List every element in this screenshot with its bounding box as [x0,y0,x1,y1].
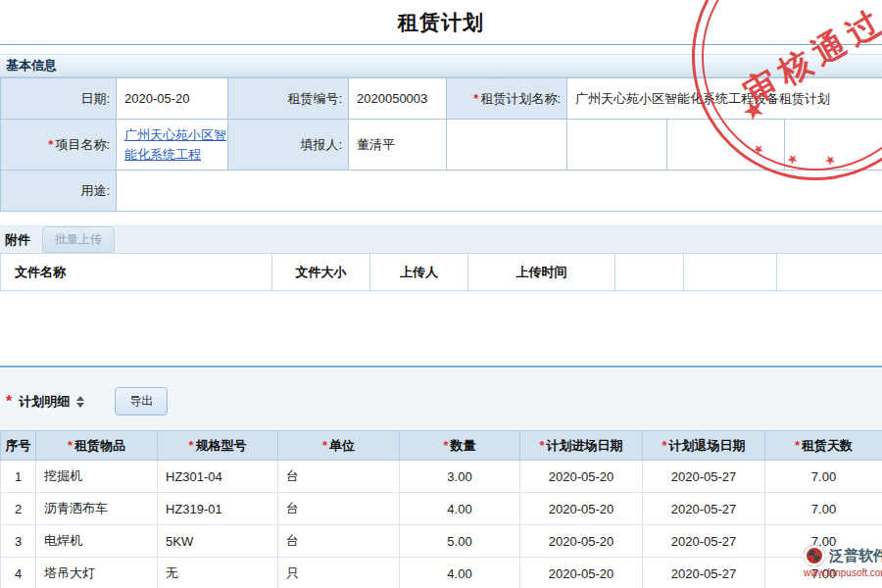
table-cell: 7.00 [765,493,882,525]
title-bar: 租赁计划 [0,0,882,45]
attachments-title: 附件 [5,231,30,249]
basic-info-title: 基本信息 [6,57,57,74]
column-header: *计划进场日期 [520,431,643,461]
plan-name-label: *租赁计划名称: [447,78,567,120]
plan-details-section: * 计划明细 导出 序号*租赁物品*规格型号*单位*数量*计划进场日期*计划退场… [0,366,882,588]
plan-details-title: 计划明细 [19,393,70,411]
table-row: 3电焊机5KW台5.002020-05-202020-05-277.00 [1,525,882,558]
rental-no-label: 租赁编号: [228,78,349,120]
table-cell: 2020-05-27 [643,558,765,588]
purpose-label: 用途: [1,171,117,212]
empty-cell [567,120,667,171]
table-cell: 1 [1,461,36,493]
table-cell: 电焊机 [36,525,158,558]
table-cell: 2020-05-27 [643,493,765,525]
empty-cell [785,120,882,171]
brand-watermark: 泛普软件 www.fanpusoft.com [804,545,882,578]
table-cell: HZ301-04 [158,461,278,493]
column-header: *规格型号 [158,431,278,461]
empty-cell [667,120,785,171]
fanpu-logo-icon [804,545,825,566]
column-header [684,254,777,291]
table-cell: 2020-05-20 [520,461,643,493]
table-cell: 3.00 [400,461,520,493]
table-cell: 5.00 [400,525,520,558]
required-mark: * [188,438,193,453]
table-cell: 2020-05-27 [643,525,765,558]
required-mark: * [662,438,666,453]
attachments-table: 文件名称文件大小上传人上传时间 [0,253,882,291]
column-header: 上传人 [370,254,468,291]
column-header [615,254,684,291]
table-cell: 2020-05-20 [520,558,643,588]
page-title: 租赁计划 [398,9,484,36]
reporter-label: 填报人: [228,120,349,171]
column-header: *租赁物品 [36,431,158,461]
plan-name-label-text: 租赁计划名称: [480,91,561,106]
project-label-text: 项目名称: [55,137,110,152]
required-mark: * [322,438,327,453]
required-mark: * [68,438,73,453]
table-cell: 7.00 [765,461,882,493]
required-mark: * [48,137,53,152]
plan-details-label-row: * 计划明细 导出 [0,387,882,416]
table-cell: 4.00 [400,493,520,525]
table-cell: 4.00 [400,558,520,588]
required-mark: * [473,91,478,106]
watermark-url: www.fanpusoft.com [804,567,882,578]
attachments-strip: 附件 批量上传 [0,225,882,253]
batch-upload-button[interactable]: 批量上传 [42,226,115,253]
table-row: 4塔吊大灯无只4.002020-05-202020-05-277.00 [1,558,882,588]
column-header: *租赁天数 [765,431,882,461]
column-header: *计划退场日期 [643,431,765,461]
required-mark: * [443,438,448,453]
table-cell: 台 [278,461,400,493]
plan-details-header-row: 序号*租赁物品*规格型号*单位*数量*计划进场日期*计划退场日期*租赁天数 [1,431,882,461]
table-cell: 2020-05-20 [520,525,643,558]
table-cell: 只 [278,558,400,588]
basic-info-form: 日期: 2020-05-20 租赁编号: 2020050003 *租赁计划名称:… [0,77,882,212]
column-header: *单位 [278,431,400,461]
table-cell: 台 [278,525,400,558]
column-header: 文件大小 [272,254,370,291]
project-label: *项目名称: [1,120,117,171]
project-value-cell: 广州天心苑小区智能化系统工程 [117,120,228,171]
attachment-header-row: 文件名称文件大小上传人上传时间 [1,254,882,291]
plan-name-value: 广州天心苑小区智能化系统工程设备租赁计划 [567,78,882,120]
empty-cell [447,120,567,171]
export-button[interactable]: 导出 [115,387,168,416]
watermark-brand: 泛普软件 [829,547,882,565]
table-cell: 2020-05-27 [643,461,765,493]
table-cell: 无 [158,558,278,588]
column-header: 上传时间 [468,254,615,291]
column-header: 序号 [1,431,36,461]
date-label: 日期: [1,78,117,120]
column-header: 文件名称 [1,254,272,291]
table-cell: 3 [1,525,36,558]
date-value: 2020-05-20 [117,78,228,120]
rental-no-value: 2020050003 [349,78,447,120]
table-row: 2沥青洒布车HZ319-01台4.002020-05-202020-05-277… [1,493,882,525]
table-cell: 挖掘机 [36,461,158,493]
table-row: 1挖掘机HZ301-04台3.002020-05-202020-05-277.0… [1,461,882,493]
table-cell: 沥青洒布车 [36,493,158,525]
required-mark: * [6,393,12,411]
column-header: *数量 [400,431,520,461]
table-cell: 塔吊大灯 [36,558,158,588]
table-cell: 2020-05-20 [520,493,643,525]
plan-details-table: 序号*租赁物品*规格型号*单位*数量*计划进场日期*计划退场日期*租赁天数 1挖… [0,430,882,588]
plan-details-body: 1挖掘机HZ301-04台3.002020-05-202020-05-277.0… [1,461,882,588]
column-header [777,254,882,291]
required-mark: * [539,438,544,453]
purpose-value [117,171,882,212]
sort-icon[interactable] [76,396,84,408]
reporter-value: 董清平 [349,120,447,171]
table-cell: HZ319-01 [158,493,278,525]
table-cell: 2 [1,493,36,525]
empty-area [0,291,882,366]
table-cell: 5KW [158,525,278,558]
required-mark: * [795,438,800,453]
table-cell: 4 [1,558,36,588]
table-cell: 台 [278,493,400,525]
project-link[interactable]: 广州天心苑小区智能化系统工程 [124,127,226,162]
